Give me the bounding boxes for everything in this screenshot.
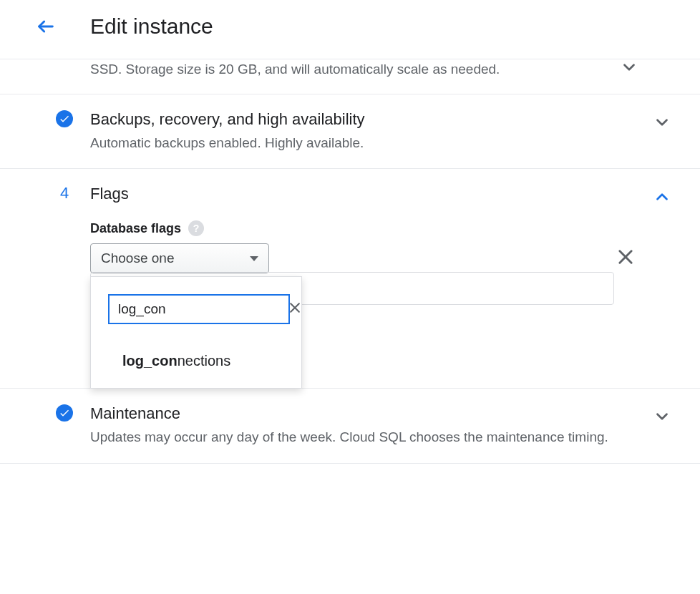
section-flags: 4 Flags Database flags ? Choose one [0, 169, 700, 389]
section-maintenance-desc: Updates may occur any day of the week. C… [90, 427, 653, 447]
section-storage: SSD. Storage size is 20 GB, and will aut… [0, 59, 700, 94]
dropdown-caret-icon [250, 256, 258, 261]
flag-search-box[interactable] [108, 294, 290, 324]
chevron-up-icon[interactable] [653, 188, 671, 209]
check-icon [56, 110, 73, 127]
section-maintenance-title: Maintenance [90, 404, 653, 423]
section-maintenance: Maintenance Updates may occur any day of… [0, 389, 700, 464]
flag-option-log-connections[interactable]: log_connections [108, 349, 290, 374]
chevron-down-icon[interactable] [620, 58, 638, 79]
flag-dropdown-popup: log_connections [90, 276, 302, 389]
chevron-down-icon[interactable] [653, 407, 671, 447]
section-storage-desc: SSD. Storage size is 20 GB, and will aut… [90, 59, 577, 79]
page-title: Edit instance [90, 14, 213, 39]
clear-icon[interactable] [288, 301, 302, 318]
chevron-down-icon[interactable] [653, 113, 671, 153]
remove-flag-button[interactable] [616, 247, 636, 270]
flag-search-input[interactable] [118, 301, 288, 317]
database-flags-label: Database flags [90, 221, 181, 236]
section-backups-desc: Automatic backups enabled. Highly availa… [90, 133, 653, 153]
section-flags-title: Flags [90, 185, 653, 203]
back-arrow-icon[interactable] [36, 16, 56, 36]
page-header: Edit instance [0, 0, 700, 59]
check-icon [56, 404, 73, 422]
section-backups: Backups, recovery, and high availability… [0, 94, 700, 170]
dropdown-placeholder: Choose one [101, 250, 174, 266]
help-icon[interactable]: ? [188, 220, 204, 236]
step-number: 4 [56, 185, 73, 202]
option-rest-text: nections [178, 353, 231, 369]
option-match-text: log_con [122, 353, 178, 369]
section-backups-title: Backups, recovery, and high availability [90, 110, 653, 129]
flag-dropdown-button[interactable]: Choose one [90, 243, 269, 273]
content: SSD. Storage size is 20 GB, and will aut… [0, 59, 700, 464]
